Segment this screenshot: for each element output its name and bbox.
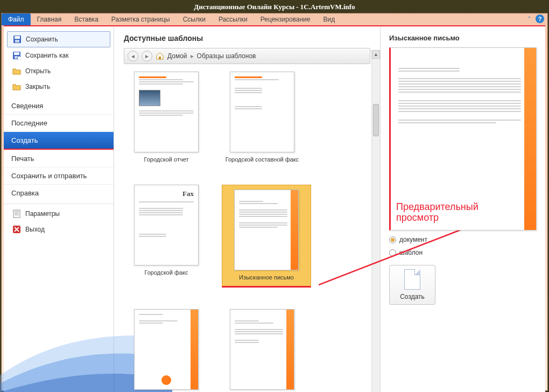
templates-heading: Доступные шаблоны	[124, 34, 370, 43]
template-refined-compound-letter[interactable]: Изысканное составное письмо	[222, 309, 302, 392]
open-label: Открыть	[25, 67, 51, 75]
templates-scrollbar[interactable]: ▲ ▼	[371, 50, 380, 392]
template-label: Городской факс	[144, 269, 188, 276]
folder-close-icon	[12, 82, 21, 91]
folder-open-icon	[12, 67, 21, 75]
svg-rect-1	[15, 36, 20, 39]
sidebar-separator	[4, 204, 114, 204]
save-icon	[13, 35, 22, 44]
templates-panel: Доступные шаблоны ◄ ► Домой ▸ Образцы ша…	[114, 26, 381, 392]
template-thumb	[234, 190, 299, 270]
help-icon[interactable]: ?	[536, 15, 544, 23]
ribbon-tab-layout[interactable]: Разметка страницы	[105, 13, 177, 25]
svg-rect-12	[159, 57, 161, 59]
options-icon	[12, 209, 21, 218]
template-label: Изысканное письмо	[239, 274, 294, 281]
create-button[interactable]: Создать	[389, 265, 435, 305]
ribbon-tab-mail[interactable]: Рассылки	[212, 13, 254, 25]
ribbon-tab-insert[interactable]: Вставка	[68, 13, 105, 25]
sidebar-info[interactable]: Сведения	[4, 97, 114, 114]
exit-icon	[12, 225, 21, 234]
radio-document[interactable]: документ	[389, 236, 537, 243]
sidebar-print[interactable]: Печать	[4, 150, 114, 167]
options-label: Параметры	[25, 210, 60, 218]
ribbon-tab-review[interactable]: Рецензирование	[254, 13, 317, 25]
template-refined-resume[interactable]: Изысканное резюме	[126, 309, 207, 392]
breadcrumb: ◄ ► Домой ▸ Образцы шаблонов	[124, 48, 370, 64]
template-thumb	[134, 72, 199, 152]
svg-rect-4	[14, 52, 19, 55]
radio-icon	[389, 249, 396, 256]
save-as-label: Сохранить как	[25, 52, 68, 59]
breadcrumb-samples[interactable]: Образцы шаблонов	[197, 52, 256, 60]
ribbon: Файл Главная Вставка Разметка страницы С…	[2, 13, 547, 25]
nav-back-button[interactable]: ◄	[128, 51, 138, 61]
close-label: Закрыть	[25, 83, 50, 90]
exit-label: Выход	[25, 226, 45, 233]
fax-label: Fax	[139, 190, 194, 198]
template-city-fax[interactable]: Fax Городской факс	[126, 185, 207, 287]
open-button[interactable]: Открыть	[7, 64, 110, 79]
svg-rect-7	[13, 210, 20, 218]
exit-button[interactable]: Выход	[7, 222, 110, 237]
options-button[interactable]: Параметры	[7, 206, 110, 221]
breadcrumb-home[interactable]: Домой	[167, 52, 187, 60]
template-city-compound-fax[interactable]: Городской составной факс	[222, 72, 302, 163]
templates-grid: Городской отчет Городской составной фа	[124, 69, 370, 392]
save-as-button[interactable]: Сохранить как	[7, 48, 110, 63]
orange-accent	[286, 310, 294, 389]
ribbon-tab-home[interactable]: Главная	[31, 13, 68, 25]
scroll-thumb[interactable]	[373, 104, 379, 136]
nav-forward-button[interactable]: ►	[142, 51, 152, 61]
template-thumb	[134, 309, 199, 390]
template-label: Городской отчет	[144, 156, 189, 163]
scroll-up-button[interactable]: ▲	[372, 50, 380, 59]
orange-accent	[524, 48, 536, 230]
template-city-report[interactable]: Городской отчет	[126, 72, 207, 163]
create-button-label: Создать	[400, 293, 425, 300]
sidebar-create[interactable]: Создать	[4, 131, 114, 150]
ribbon-tab-links[interactable]: Ссылки	[177, 13, 212, 25]
ribbon-tab-view[interactable]: Вид	[316, 13, 341, 25]
save-label: Сохранить	[26, 36, 58, 43]
sidebar-help[interactable]: Справка	[4, 184, 114, 201]
orange-accent	[191, 310, 198, 389]
close-button[interactable]: Закрыть	[7, 79, 110, 94]
home-icon[interactable]	[156, 52, 164, 60]
save-as-icon	[12, 51, 21, 60]
radio-document-label: документ	[399, 236, 427, 243]
breadcrumb-separator: ▸	[191, 52, 194, 60]
preview-thumbnail: Предварительный просмотр	[389, 47, 537, 230]
window-title: Дистанционные Онлайн Курсы - 1C.ArtemVM.…	[1, 1, 548, 13]
preview-heading: Изысканное письмо	[389, 34, 537, 42]
template-thumb: Fax	[134, 185, 199, 265]
template-thumb	[230, 309, 294, 390]
svg-point-6	[17, 56, 21, 60]
template-thumb	[230, 72, 294, 152]
sidebar-save-send[interactable]: Сохранить и отправить	[4, 167, 114, 184]
radio-template[interactable]: шаблон	[389, 249, 537, 256]
orange-accent	[291, 190, 298, 270]
radio-template-label: шаблон	[399, 249, 423, 256]
template-label: Городской составной факс	[226, 156, 299, 163]
preview-panel: Изысканное письмо Предварительный просмо…	[381, 26, 545, 392]
template-refined-letter[interactable]: Изысканное письмо	[222, 185, 311, 287]
save-button[interactable]: Сохранить	[7, 31, 110, 47]
document-icon	[404, 269, 420, 290]
ribbon-tab-file[interactable]: Файл	[2, 13, 31, 25]
svg-rect-2	[15, 40, 19, 43]
ribbon-collapse-icon[interactable]: ⌃	[525, 15, 533, 23]
preview-annotation: Предварительный просмотр	[396, 201, 478, 223]
sidebar-recent[interactable]: Последние	[4, 114, 114, 131]
radio-icon	[389, 236, 396, 243]
backstage-sidebar: Сохранить Сохранить как Открыть	[4, 26, 114, 392]
